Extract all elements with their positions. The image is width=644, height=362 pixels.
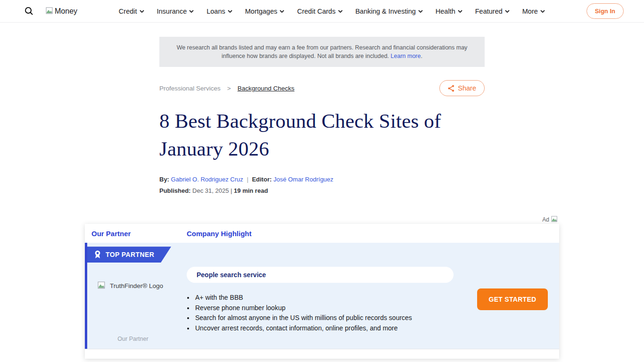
get-started-button[interactable]: GET STARTED [477, 288, 548, 310]
share-label: Share [458, 84, 476, 92]
disclosure-text: We research all brands listed and may ea… [177, 44, 468, 59]
highlight-bullets: A+ with the BBB Reverse phone number loo… [187, 293, 465, 333]
chevron-down-icon [189, 10, 194, 13]
partner-logo[interactable]: TruthFinder® Logo [98, 281, 187, 290]
search-button[interactable] [25, 7, 33, 16]
breadcrumb-row: Professional Services > Background Check… [159, 80, 485, 96]
article-page: We research all brands listed and may ea… [0, 37, 644, 359]
chevron-down-icon [228, 10, 232, 13]
chevron-down-icon [418, 10, 423, 13]
partner-logo-alt-text: TruthFinder® Logo [110, 282, 163, 289]
main-nav: Credit Insurance Loans Mortgages Credit … [119, 8, 545, 15]
advertiser-disclosure: We research all brands listed and may ea… [159, 37, 485, 67]
broken-image-icon [551, 216, 558, 223]
share-icon [448, 85, 454, 92]
highlight-bullet: Uncover arrest records, contact informat… [194, 323, 465, 334]
sign-in-button[interactable]: Sign In [586, 3, 624, 19]
next-partner-row-peek [85, 349, 559, 359]
share-button[interactable]: Share [439, 80, 485, 96]
breadcrumb-background-checks[interactable]: Background Checks [238, 85, 295, 92]
money-logo[interactable]: Money [46, 7, 77, 16]
highlight-bullet: Reverse phone number lookup [194, 303, 465, 313]
ad-label-row: Ad [85, 216, 559, 223]
nav-item-credit-cards[interactable]: Credit Cards [297, 8, 342, 15]
top-partner-label: TOP PARTNER [106, 251, 154, 258]
nav-item-mortgages[interactable]: Mortgages [245, 8, 285, 15]
top-nav-bar: Money Credit Insurance Loans Mortgages C… [0, 0, 644, 23]
column-our-partner: Our Partner [91, 230, 187, 238]
learn-more-link[interactable]: Learn more [391, 53, 421, 59]
read-time: 19 min read [234, 187, 268, 194]
logo-alt-text: Money [55, 7, 77, 16]
nav-item-loans[interactable]: Loans [206, 8, 232, 15]
broken-image-icon [98, 281, 106, 290]
chevron-down-icon [280, 10, 284, 13]
award-ribbon-icon [94, 250, 101, 259]
chevron-down-icon [540, 10, 545, 13]
chevron-down-icon [140, 10, 144, 13]
editor-link[interactable]: José Omar Rodríguez [273, 176, 333, 183]
partner-row-truthfinder: TOP PARTNER TruthFinder® Logo Our Partne… [85, 243, 559, 349]
card-header-row: Our Partner Company Highlight [85, 224, 559, 243]
page-title: 8 Best Background Check Sites of January… [159, 107, 485, 163]
nav-item-health[interactable]: Health [436, 8, 462, 15]
highlight-bullet: Search for almost anyone in the US with … [194, 313, 465, 323]
nav-item-credit[interactable]: Credit [119, 8, 144, 15]
breadcrumb: Professional Services > Background Check… [159, 85, 295, 92]
chevron-down-icon [458, 10, 462, 13]
partner-comparison-card: Our Partner Company Highlight TOP PARTNE… [85, 224, 559, 359]
partner-ad-unit: Ad Our Partner Company Highlight TOP PAR… [85, 216, 559, 359]
nav-item-more[interactable]: More [522, 8, 545, 15]
published-date: Dec 31, 2025 [192, 187, 229, 194]
byline: By: Gabriel O. Rodriguez Cruz | Editor: … [159, 176, 485, 183]
highlight-bullet: A+ with the BBB [194, 293, 465, 303]
breadcrumb-professional-services[interactable]: Professional Services [159, 85, 221, 92]
nav-item-featured[interactable]: Featured [475, 8, 510, 15]
chevron-down-icon [338, 10, 343, 13]
broken-image-icon [46, 7, 54, 15]
partner-caption: Our Partner [98, 336, 168, 342]
author-link[interactable]: Gabriel O. Rodriguez Cruz [171, 176, 243, 183]
published-line: Published: Dec 31, 2025 | 19 min read [159, 187, 485, 194]
search-icon [25, 7, 33, 16]
company-highlight-cell: People search service A+ with the BBB Re… [187, 243, 465, 349]
breadcrumb-separator: > [227, 85, 231, 92]
ad-label: Ad [542, 216, 549, 223]
top-partner-badge: TOP PARTNER [87, 247, 171, 263]
highlight-tag: People search service [187, 267, 454, 283]
nav-item-banking-investing[interactable]: Banking & Investing [355, 8, 423, 15]
column-company-highlight: Company Highlight [187, 230, 252, 238]
chevron-down-icon [505, 10, 510, 13]
cta-cell: GET STARTED [465, 243, 559, 349]
nav-item-insurance[interactable]: Insurance [157, 8, 194, 15]
